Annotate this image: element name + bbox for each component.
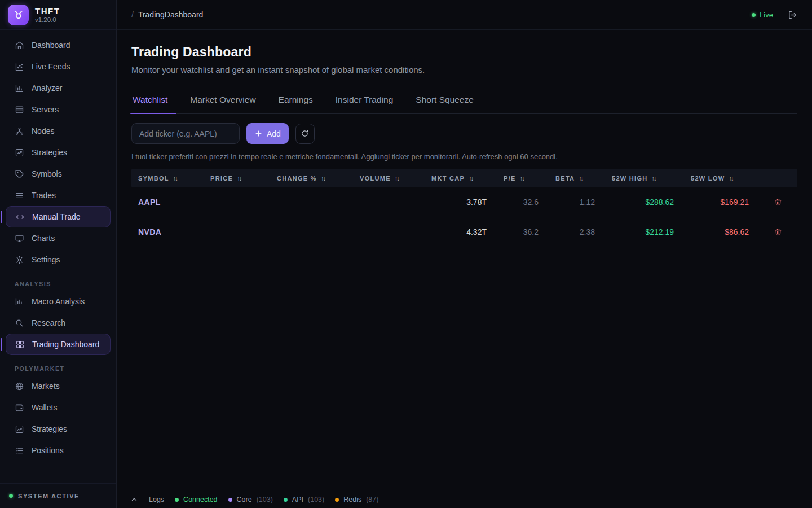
sidebar-item-charts[interactable]: Charts bbox=[0, 227, 116, 249]
tab-watchlist[interactable]: Watchlist bbox=[131, 91, 169, 113]
sidebar-item-symbols[interactable]: Symbols bbox=[0, 163, 116, 185]
system-active-label: SYSTEM ACTIVE bbox=[18, 493, 80, 500]
home-icon bbox=[15, 41, 24, 50]
low-cell: $86.62 bbox=[684, 227, 759, 237]
sidebar-section-polymarket: POLYMARKET bbox=[0, 355, 116, 375]
page-title: Trading Dashboard bbox=[131, 45, 797, 60]
sidebar-item-positions[interactable]: Positions bbox=[0, 440, 116, 461]
price-cell: — bbox=[204, 198, 270, 207]
refresh-button[interactable] bbox=[295, 124, 315, 144]
sidebar-item-analyzer[interactable]: Analyzer bbox=[0, 77, 116, 99]
app-version: v1.20.0 bbox=[35, 16, 60, 23]
column-header-beta[interactable]: BETA↑↓ bbox=[549, 175, 605, 182]
trash-icon bbox=[774, 198, 783, 207]
add-ticker-input[interactable] bbox=[131, 123, 240, 144]
service-api: API (103) bbox=[284, 496, 324, 503]
logs-label[interactable]: Logs bbox=[149, 496, 164, 503]
status-bar: Logs Connected Core (103) API (103) Redi… bbox=[117, 491, 812, 508]
sidebar-item-trades[interactable]: Trades bbox=[0, 185, 116, 206]
sort-icon: ↑↓ bbox=[321, 175, 325, 182]
sidebar-item-servers[interactable]: Servers bbox=[0, 99, 116, 120]
table-header-row: SYMBOL↑↓ PRICE↑↓ CHANGE %↑↓ VOLUME↑↓ MKT… bbox=[131, 169, 797, 187]
logout-button[interactable] bbox=[788, 10, 797, 20]
sidebar-section-analysis: ANALYSIS bbox=[0, 270, 116, 291]
sidebar-item-label: Nodes bbox=[32, 126, 54, 135]
column-header-pe[interactable]: P/E↑↓ bbox=[497, 175, 549, 182]
api-dot bbox=[284, 498, 288, 502]
breadcrumb[interactable]: / TradingDashboard bbox=[131, 10, 203, 19]
chevron-up-icon bbox=[130, 496, 138, 503]
gear-icon bbox=[15, 255, 24, 265]
bar-chart-icon bbox=[15, 297, 24, 306]
redis-label: Redis bbox=[343, 496, 361, 503]
network-icon bbox=[15, 126, 24, 136]
sidebar-item-label: Strategies bbox=[32, 148, 67, 157]
sidebar-item-strategies[interactable]: Strategies bbox=[0, 142, 116, 163]
sidebar-item-research[interactable]: Research bbox=[0, 312, 116, 334]
sidebar-item-polymarket-strategies[interactable]: Strategies bbox=[0, 418, 116, 440]
sidebar-item-label: Research bbox=[32, 318, 65, 327]
sidebar-item-label: Trades bbox=[32, 191, 56, 200]
sidebar-item-dashboard[interactable]: Dashboard bbox=[0, 34, 116, 56]
change-cell: — bbox=[270, 227, 353, 237]
sidebar-item-live-feeds[interactable]: Live Feeds bbox=[0, 56, 116, 77]
page-subtitle: Monitor your watchlist and get an instan… bbox=[131, 65, 797, 75]
sidebar-item-label: Markets bbox=[32, 382, 60, 391]
add-ticker-button[interactable]: Add bbox=[246, 123, 289, 144]
sidebar-item-settings[interactable]: Settings bbox=[0, 249, 116, 270]
column-header-52w-low[interactable]: 52W LOW↑↓ bbox=[684, 175, 759, 182]
sidebar-item-label: Trading Dashboard bbox=[32, 340, 99, 349]
sidebar-item-manual-trade[interactable]: Manual Trade bbox=[6, 206, 111, 227]
breadcrumb-current: TradingDashboard bbox=[138, 10, 203, 19]
core-dot bbox=[228, 498, 232, 502]
connected-dot bbox=[175, 498, 179, 502]
list-icon bbox=[15, 191, 24, 200]
core-label: Core bbox=[237, 496, 252, 503]
sidebar: ♉ THFT v1.20.0 Dashboard Live Feeds Anal… bbox=[0, 0, 117, 508]
arrows-horizontal-icon bbox=[15, 212, 25, 222]
connected-status: Connected bbox=[175, 496, 217, 503]
live-label: Live bbox=[760, 11, 773, 19]
sidebar-item-label: Macro Analysis bbox=[32, 297, 85, 306]
mktcap-cell: 3.78T bbox=[425, 198, 497, 207]
volume-cell: — bbox=[353, 198, 425, 207]
sidebar-item-label: Wallets bbox=[32, 403, 57, 412]
symbol-cell: AAPL bbox=[131, 198, 204, 207]
pe-cell: 32.6 bbox=[497, 198, 549, 207]
sidebar-item-wallets[interactable]: Wallets bbox=[0, 397, 116, 418]
trend-chart-icon bbox=[15, 424, 24, 434]
tab-earnings[interactable]: Earnings bbox=[277, 91, 314, 113]
sidebar-item-nodes[interactable]: Nodes bbox=[0, 120, 116, 142]
sidebar-item-markets[interactable]: Markets bbox=[0, 375, 116, 397]
app-name: THFT bbox=[35, 6, 60, 16]
sidebar-item-label: Dashboard bbox=[32, 41, 70, 50]
tab-market-overview[interactable]: Market Overview bbox=[189, 91, 257, 113]
redis-count: (87) bbox=[366, 496, 378, 503]
sidebar-item-macro-analysis[interactable]: Macro Analysis bbox=[0, 291, 116, 312]
pe-cell: 36.2 bbox=[497, 227, 549, 237]
api-label: API bbox=[292, 496, 303, 503]
trash-icon bbox=[774, 227, 783, 237]
column-header-52w-high[interactable]: 52W HIGH↑↓ bbox=[605, 175, 684, 182]
refresh-icon bbox=[301, 129, 309, 138]
delete-ticker-button[interactable] bbox=[774, 198, 783, 207]
app-window: ♉ THFT v1.20.0 Dashboard Live Feeds Anal… bbox=[0, 0, 812, 508]
tab-bar: Watchlist Market Overview Earnings Insid… bbox=[131, 91, 797, 114]
sidebar-item-label: Analyzer bbox=[32, 84, 62, 93]
tab-short-squeeze[interactable]: Short Squeeze bbox=[414, 91, 475, 113]
logs-toggle[interactable] bbox=[130, 496, 138, 503]
column-header-price[interactable]: PRICE↑↓ bbox=[204, 175, 270, 182]
connected-label: Connected bbox=[183, 496, 217, 503]
delete-ticker-button[interactable] bbox=[774, 227, 783, 237]
volume-cell: — bbox=[353, 227, 425, 237]
tab-insider-trading[interactable]: Insider Trading bbox=[334, 91, 395, 113]
change-cell: — bbox=[270, 198, 353, 207]
column-header-volume[interactable]: VOLUME↑↓ bbox=[353, 175, 425, 182]
sort-icon: ↑↓ bbox=[520, 175, 524, 182]
column-header-change[interactable]: CHANGE %↑↓ bbox=[270, 175, 353, 182]
sidebar-item-trading-dashboard[interactable]: Trading Dashboard bbox=[6, 334, 111, 355]
table-row-nvda: NVDA — — — 4.32T 36.2 2.38 $212.19 $86.6… bbox=[131, 217, 797, 247]
column-header-symbol[interactable]: SYMBOL↑↓ bbox=[131, 175, 204, 182]
column-header-mktcap[interactable]: MKT CAP↑↓ bbox=[425, 175, 497, 182]
watchlist-controls: Add bbox=[131, 123, 797, 144]
